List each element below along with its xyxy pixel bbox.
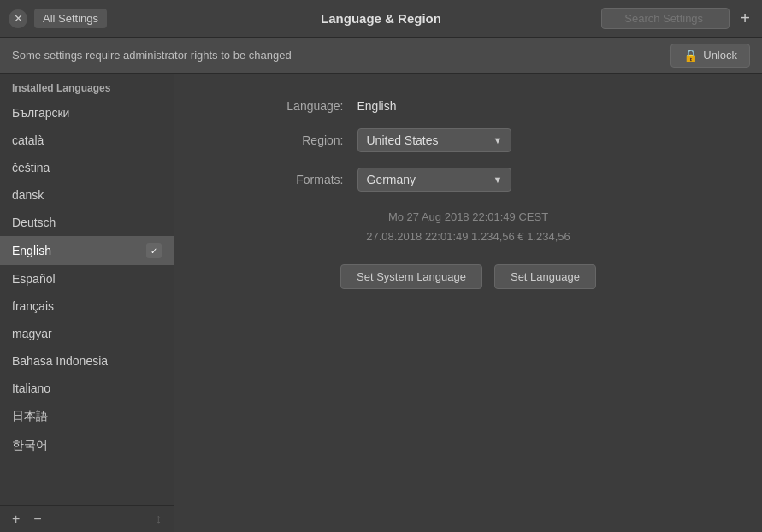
region-dropdown-wrapper: United StatesUnited KingdomGermanyFrance…: [357, 128, 511, 152]
language-label: Language:: [272, 99, 357, 113]
language-item-label: Español: [12, 272, 56, 286]
language-item-label: dansk: [12, 188, 44, 202]
set-language-button[interactable]: Set Language: [494, 264, 596, 289]
unlock-label: Unlock: [703, 49, 737, 62]
language-item-label: 日本語: [12, 409, 48, 424]
language-item-label: Deutsch: [12, 216, 56, 229]
language-list-item[interactable]: 日本語: [0, 402, 174, 431]
region-row: Region: United StatesUnited KingdomGerma…: [272, 128, 665, 152]
titlebar-left: ✕ All Settings: [9, 9, 180, 28]
lock-icon: 🔒: [683, 49, 698, 62]
main-layout: Installed Languages Българскиcatalàčešti…: [0, 74, 762, 532]
language-list-item[interactable]: 한국어: [0, 431, 174, 460]
unlock-button[interactable]: 🔒 Unlock: [670, 44, 750, 68]
language-list: БългарскиcatalàčeštinadanskDeutschEnglis…: [0, 99, 174, 505]
language-list-item[interactable]: Italiano: [0, 375, 174, 402]
language-row: Language: English: [272, 99, 665, 113]
search-wrapper: 🔍: [601, 8, 730, 29]
preview-section: Mo 27 Aug 2018 22:01:49 CEST 27.08.2018 …: [272, 207, 665, 247]
sidebar: Installed Languages Българскиcatalàčešti…: [0, 74, 174, 532]
admin-bar: Some settings require administrator righ…: [0, 38, 762, 74]
language-item-label: Български: [12, 106, 69, 120]
language-active-badge: ✓: [146, 243, 162, 258]
formats-label: Formats:: [272, 173, 357, 186]
titlebar-right: 🔍 +: [582, 8, 753, 29]
formats-row: Formats: GermanyUnited StatesUnited King…: [272, 168, 665, 192]
region-select[interactable]: United StatesUnited KingdomGermanyFrance…: [357, 128, 511, 152]
add-language-button[interactable]: +: [7, 510, 25, 529]
all-settings-button[interactable]: All Settings: [34, 9, 107, 28]
language-item-label: català: [12, 133, 44, 147]
language-item-label: Bahasa Indonesia: [12, 354, 108, 368]
language-item-label: Italiano: [12, 381, 50, 395]
sidebar-header: Installed Languages: [0, 74, 174, 99]
language-list-item[interactable]: français: [0, 293, 174, 320]
formats-dropdown-wrapper: GermanyUnited StatesUnited KingdomFrance…: [357, 168, 511, 192]
close-button[interactable]: ✕: [9, 9, 27, 28]
language-list-item[interactable]: English✓: [0, 236, 174, 265]
action-buttons: Set System Language Set Language: [272, 264, 665, 289]
search-input[interactable]: [601, 8, 730, 29]
titlebar: ✕ All Settings Language & Region 🔍 +: [0, 0, 762, 38]
preview-date: Mo 27 Aug 2018 22:01:49 CEST: [272, 207, 665, 227]
language-list-item[interactable]: Български: [0, 99, 174, 127]
move-language-button: ↕: [150, 510, 167, 529]
add-button[interactable]: +: [736, 9, 753, 28]
language-item-label: 한국어: [12, 438, 48, 453]
language-item-label: čeština: [12, 161, 50, 174]
language-list-item[interactable]: català: [0, 127, 174, 154]
settings-form: Language: English Region: United StatesU…: [272, 99, 665, 289]
admin-message: Some settings require administrator righ…: [12, 49, 292, 62]
window-title: Language & Region: [180, 11, 582, 26]
region-label: Region:: [272, 133, 357, 147]
formats-select[interactable]: GermanyUnited StatesUnited KingdomFrance: [357, 168, 511, 192]
set-system-language-button[interactable]: Set System Language: [340, 264, 482, 289]
language-list-item[interactable]: magyar: [0, 320, 174, 347]
language-list-item[interactable]: Bahasa Indonesia: [0, 347, 174, 375]
language-list-item[interactable]: Deutsch: [0, 209, 174, 236]
sidebar-toolbar: + − ↕: [0, 505, 174, 532]
language-item-label: français: [12, 299, 54, 313]
language-item-label: English: [12, 244, 51, 257]
language-value: English: [357, 99, 397, 113]
language-item-label: magyar: [12, 327, 52, 340]
preview-format: 27.08.2018 22:01:49 1.234,56 € 1.234,56: [272, 227, 665, 246]
language-list-item[interactable]: dansk: [0, 181, 174, 209]
language-list-item[interactable]: čeština: [0, 154, 174, 181]
language-list-item[interactable]: Español: [0, 265, 174, 293]
content-area: Language: English Region: United StatesU…: [174, 74, 762, 532]
remove-language-button[interactable]: −: [28, 510, 46, 529]
close-icon: ✕: [14, 12, 23, 25]
